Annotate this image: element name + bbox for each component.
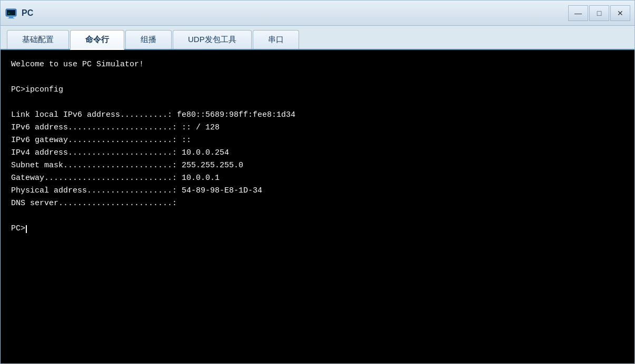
- terminal-line-6: IPv6 gateway......................: ::: [11, 134, 624, 147]
- title-bar: >_ PC — □ ✕: [1, 1, 634, 26]
- terminal-line-2: PC>ipconfig: [11, 84, 624, 96]
- tab-basic-config[interactable]: 基础配置: [7, 30, 69, 49]
- main-window: >_ PC — □ ✕ 基础配置 命令行 组播 UDP发包工具 串口 Welco…: [0, 0, 635, 364]
- terminal-line-1: [11, 71, 624, 84]
- terminal-line-9: Gateway...........................: 10.0…: [11, 172, 624, 185]
- terminal-prompt-line: PC>: [11, 223, 624, 235]
- tabs-bar: 基础配置 命令行 组播 UDP发包工具 串口: [1, 26, 634, 50]
- svg-text:>_: >_: [8, 11, 12, 15]
- terminal-line-3: [11, 96, 624, 109]
- minimize-button[interactable]: —: [568, 5, 588, 21]
- terminal-line-11: DNS server........................:: [11, 197, 624, 210]
- terminal-line-4: Link local IPv6 address..........: fe80:…: [11, 109, 624, 122]
- window-title: PC: [22, 8, 568, 18]
- window-controls: — □ ✕: [568, 5, 630, 21]
- tab-serial[interactable]: 串口: [253, 30, 299, 49]
- svg-rect-2: [9, 17, 13, 18]
- terminal-line-8: Subnet mask.......................: 255.…: [11, 159, 624, 172]
- terminal-cursor: [26, 225, 27, 233]
- terminal-line-5: IPv6 address......................: :: /…: [11, 122, 624, 134]
- terminal-line-10: Physical address..................: 54-8…: [11, 185, 624, 197]
- terminal-line-12: [11, 210, 624, 223]
- terminal-line-7: IPv4 address......................: 10.0…: [11, 147, 624, 159]
- tab-udp-tool[interactable]: UDP发包工具: [173, 30, 252, 49]
- window-icon: >_: [5, 7, 17, 19]
- close-button[interactable]: ✕: [610, 5, 630, 21]
- svg-rect-3: [8, 18, 14, 18]
- maximize-button[interactable]: □: [589, 5, 609, 21]
- terminal-output[interactable]: Welcome to use PC Simulator! PC>ipconfig…: [1, 50, 634, 363]
- terminal-line-0: Welcome to use PC Simulator!: [11, 58, 624, 71]
- tab-multicast[interactable]: 组播: [125, 30, 172, 49]
- tab-command-line[interactable]: 命令行: [70, 30, 124, 50]
